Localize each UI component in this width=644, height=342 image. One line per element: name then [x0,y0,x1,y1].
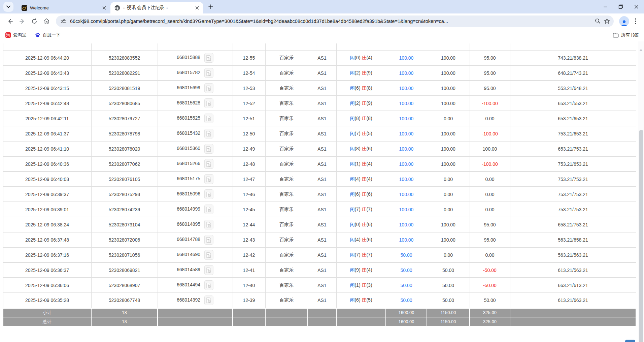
url-text[interactable]: 66cxkj98.com/ipl/portal.php/game/betreco… [70,19,593,24]
cell-bet-detail: 闲(6) 庄(8) [336,81,386,96]
bookmark-taobao[interactable]: 淘 爱淘宝 [5,32,26,38]
cell-bet-amount[interactable]: 100.00 [386,65,427,81]
cell-bet-detail: 闲(4) 庄(6) [336,232,386,247]
cell-bet-amount[interactable]: 100.00 [386,141,427,156]
video-replay-icon[interactable] [204,144,213,154]
cell-time: 2025-12-09 06:39:37 [3,187,91,202]
cell-game: 百家乐 [265,65,308,81]
baidu-paw-icon [35,32,40,38]
minimize-button[interactable] [598,0,613,13]
cell-round-id: 668015432 [158,126,233,141]
bookmark-baidu[interactable]: 百度一下 [35,32,60,38]
cell-bet-amount[interactable]: 50.00 [386,247,427,262]
tab-close-icon[interactable] [101,5,107,11]
cell-bet-id: 523028080685 [91,96,158,111]
cell-bet-id: 523028077062 [91,156,158,172]
cell-bet-amount[interactable]: 100.00 [386,126,427,141]
scroll-up-icon[interactable] [639,49,643,51]
home-button[interactable] [41,16,52,27]
cell-valid-amount: 50.00 [427,293,470,308]
cell-balance: 563.21/658.21 [510,232,636,247]
tab-bet-record[interactable]: :::视讯 会员下注纪录::: [110,2,203,13]
cell-bet-amount[interactable]: 100.00 [386,96,427,111]
cell-win-loss: 0.00 [470,187,510,202]
all-bookmarks-button[interactable]: 所有书签 [613,32,639,38]
cell-valid-amount: 100.00 [427,50,470,65]
cell-bet-amount[interactable]: 100.00 [386,50,427,65]
bookmark-label: 爱淘宝 [13,32,26,38]
video-replay-icon[interactable] [204,250,213,260]
site-info-icon[interactable] [59,17,68,26]
cell-bet-amount[interactable]: 100.00 [386,156,427,172]
video-replay-icon[interactable] [204,296,213,305]
cell-bet-id: 523028071056 [91,247,158,262]
address-bar[interactable]: 66cxkj98.com/ipl/portal.php/game/betreco… [56,15,614,27]
video-replay-icon[interactable] [204,280,213,290]
cell-game: 百家乐 [265,187,308,202]
banker-label: 庄 [362,161,366,166]
cell-bet-amount[interactable]: 100.00 [386,81,427,96]
restore-button[interactable] [613,0,629,13]
cell-time: 2025-12-09 06:35:28 [3,293,91,308]
banker-label: 庄 [362,282,366,288]
reload-button[interactable] [29,16,40,27]
video-replay-icon[interactable] [204,83,213,93]
round-id-text: 668015699 [177,85,200,90]
table-row: 2025-12-09 06:43:43523028082291668015782… [3,65,636,81]
cell-bet-amount[interactable]: 100.00 [386,217,427,232]
video-replay-icon[interactable] [204,189,213,199]
tab-welcome[interactable]: Welcome [18,2,110,13]
scrollbar-thumb[interactable] [639,130,643,342]
video-replay-icon[interactable] [204,220,213,229]
video-replay-icon[interactable] [204,68,213,78]
back-to-top-button[interactable] [625,340,635,342]
round-id-text: 668015266 [177,161,200,166]
bookmark-star-icon[interactable] [602,17,612,26]
table-row: 2025-12-09 06:41:10523028078020668015360… [3,141,636,156]
cell-bet-amount[interactable]: 100.00 [386,172,427,187]
round-id-text: 668015525 [177,115,200,121]
video-replay-icon[interactable] [204,129,213,138]
bookmark-label: 百度一下 [43,32,60,38]
video-replay-icon[interactable] [204,235,213,245]
cell-bet-amount[interactable]: 50.00 [386,293,427,308]
video-replay-icon[interactable] [204,53,213,63]
tab-search-button[interactable] [3,2,13,12]
back-button[interactable] [5,16,15,27]
cell-bet-amount[interactable]: 100.00 [386,202,427,217]
cell-valid-amount: 100.00 [427,217,470,232]
cell-session: 12-44 [233,217,265,232]
page-scrollbar[interactable] [638,41,644,342]
video-replay-icon[interactable] [204,114,213,123]
forward-button[interactable] [17,16,28,27]
tab-close-icon[interactable] [194,5,200,11]
cell-time: 2025-12-09 06:43:43 [3,65,91,81]
banker-label: 庄 [362,237,366,242]
cell-win-loss: -100.00 [470,156,510,172]
cell-bet-detail: 闲(7) 庄(5) [336,126,386,141]
video-replay-icon[interactable] [204,265,213,275]
close-window-button[interactable] [629,0,644,13]
cell-bet-amount[interactable]: 100.00 [386,111,427,126]
zoom-icon[interactable] [593,17,602,26]
cell-session: 12-50 [233,126,265,141]
cell-bet-amount[interactable]: 100.00 [386,187,427,202]
table-row: 2025-12-09 06:36:06523028068907668014494… [3,278,636,293]
cell-bet-amount[interactable]: 100.00 [386,232,427,247]
cell-win-loss: 50.00 [470,293,510,308]
video-replay-icon[interactable] [204,174,213,184]
browser-menu-icon[interactable] [631,16,640,26]
new-tab-button[interactable] [206,2,215,11]
cell-table: AS1 [308,202,336,217]
player-label: 闲 [350,116,354,121]
table-row: 2025-12-09 06:42:11523028079727668015525… [3,111,636,126]
cell-bet-amount[interactable]: 50.00 [386,262,427,278]
video-replay-icon[interactable] [204,205,213,214]
player-label: 闲 [350,282,354,288]
video-replay-icon[interactable] [204,98,213,108]
cell-bet-amount[interactable]: 50.00 [386,278,427,293]
banker-label: 庄 [362,297,366,303]
cell-win-loss: 95.00 [470,232,510,247]
profile-avatar[interactable] [619,16,629,26]
video-replay-icon[interactable] [204,159,213,169]
